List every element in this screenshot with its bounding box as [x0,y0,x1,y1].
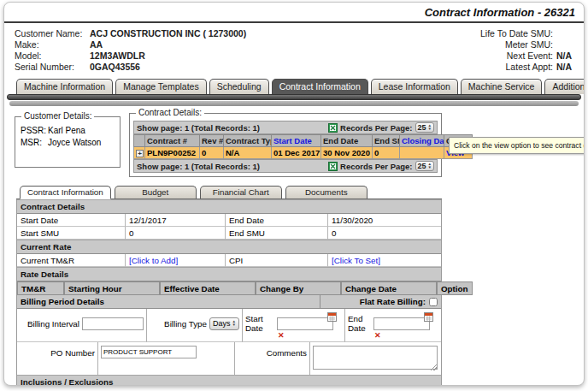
contract-details-fieldset: Contract Details: Show page: 1 (Total Re… [129,113,442,177]
pager-top: Show page: 1 (Total Records: 1) Records … [133,121,438,134]
expand-plus-icon[interactable] [136,150,144,157]
current-tmr-label: Current TM&R [17,254,126,267]
click-to-add-link[interactable]: [Click to Add] [129,256,178,265]
model-value: 12M3AWDLR [90,50,145,62]
select-stepper-icon [428,124,432,131]
billing-interval-input[interactable] [82,317,144,330]
next-event-label: Next Event: [507,50,553,62]
row-expand-cell [134,147,145,159]
billing-type-label: Billing Type [164,319,207,329]
calendar-icon[interactable] [327,312,337,322]
life-to-date-smu-label: Life To Date SMU: [480,28,553,39]
end-date-label: End Date [226,214,328,227]
inclusions-exclusions-band: Inclusions / Exclusions [17,375,441,386]
end-smu-label: End SMU [226,227,328,240]
tab-machine-service[interactable]: Machine Service [461,79,543,94]
subtab-budget[interactable]: Budget [115,186,197,198]
rate-col-starting-hour: Starting Hour [64,281,160,295]
records-per-page-select-bottom[interactable]: 25 [415,161,434,171]
serial-number-value: 0GAQ43556 [90,62,140,73]
closing-date-cell [400,147,444,159]
click-to-set-link[interactable]: [Click To Set] [332,256,380,265]
latest-appt-label: Latest Appt: [506,62,553,73]
rate-details-band: Rate Details [17,267,441,281]
start-date-cell: 01 Dec 2017 [272,147,321,159]
col-end-smu: End SMU [373,135,400,147]
billing-period-band: Billing Period Details [17,295,320,309]
make-label: Make: [15,39,90,50]
excel-export-icon[interactable] [328,162,338,171]
end-smu-cell: 0 [373,147,400,159]
select-stepper-icon [232,320,236,327]
rate-details-header-row: TM&R Starting Hour Effective Date Change… [17,281,441,295]
contract-information-panel: Contract Details Start Date 12/1/2017 En… [16,199,442,386]
subtab-documents[interactable]: Documents [285,186,368,198]
calendar-icon[interactable] [424,312,433,322]
view-option-tooltip: Click on the view option to see contract… [449,137,585,154]
end-date-cell: 30 Nov 2020 [321,147,373,159]
tab-additional-history[interactable]: Additional History [544,79,585,94]
subtab-contract-information[interactable]: Contract Information [20,186,111,199]
billing-type-value: Days [213,319,231,328]
flat-rate-billing-checkbox[interactable] [429,298,438,306]
col-contract-no: Contract # [145,135,200,147]
rate-col-change-date: Change Date [341,281,437,295]
end-smu-value: 0 [328,227,441,240]
end-date-value: 11/30/2020 [328,214,441,227]
summary-region: Customer Details: PSSR:Karl Pena MSR:Joy… [4,106,584,183]
rate-col-option: Option [437,281,473,295]
records-per-page-value: 25 [418,123,426,132]
customer-details-fieldset: Customer Details: PSSR:Karl Pena MSR:Joy… [15,116,121,168]
col-expand [134,135,145,147]
clear-end-date-icon[interactable] [374,331,381,340]
flat-rate-billing-label: Flat Rate Billing: [360,297,426,306]
comments-textarea[interactable] [313,346,438,370]
po-number-input[interactable] [101,346,197,358]
billing-form-row: Billing Interval Billing Type Days Start… [17,309,441,342]
rev-cell: 0 [200,147,224,159]
life-to-date-smu-value [556,28,575,39]
col-end-date: End Date [321,135,373,147]
tab-manage-templates[interactable]: Manage Templates [115,79,207,94]
tab-lease-information[interactable]: Lease Information [371,79,458,94]
contract-smu-row: Start SMU 0 End SMU 0 [17,227,441,240]
records-per-page-label: Records Per Page: [340,123,412,133]
tab-machine-information[interactable]: Machine Information [16,79,113,94]
meter-smu-label: Meter SMU: [505,39,553,50]
col-closing-date-sort-link[interactable]: Closing Date [400,135,444,147]
textarea-resize-handle[interactable] [431,364,437,370]
billing-type-select[interactable]: Days [209,317,239,330]
billing-end-date-label: End Date [348,314,371,333]
make-value: AA [90,39,103,50]
tab-scheduling[interactable]: Scheduling [209,79,269,94]
page-title: Contract Information - 26321 [4,3,584,23]
billing-start-date-label: Start Date [245,314,274,333]
billing-band-row: Billing Period Details Flat Rate Billing… [17,295,441,309]
contract-list-table: Contract # Rev # Contract Type Start Dat… [133,134,473,159]
billing-start-date-input[interactable] [277,317,333,330]
pssr-value: Karl Pena [48,125,85,137]
tab-contract-information[interactable]: Contract Information [272,79,368,94]
msr-value: Joyce Watson [48,137,101,149]
subtab-financial-chart[interactable]: Financial Chart [200,186,282,198]
start-date-value: 12/1/2017 [126,214,226,227]
clear-start-date-icon[interactable] [278,331,285,340]
pager-bottom-text: Show page: 1 (Total Records: 1) [137,162,260,171]
rate-col-tmr: TM&R [17,281,64,295]
machine-header-right: Life To Date SMU: Meter SMU: Next Event:… [480,28,575,73]
pssr-label: PSSR: [21,125,48,137]
machine-header: Customer Name:ACJ CONSTRUCTION INC ( 127… [4,23,584,74]
select-stepper-icon [428,163,432,169]
current-rate-row: Current TM&R [Click to Add] CPI [Click T… [17,254,441,267]
billing-end-date-input[interactable] [373,317,430,330]
cpi-label: CPI [226,254,328,267]
excel-export-icon[interactable] [328,123,338,133]
records-per-page-select-top[interactable]: 25 [415,122,434,133]
comments-label: Comments [235,342,310,375]
col-start-date-sort-link[interactable]: Start Date [272,135,321,147]
contract-no-cell: PLN9P00252 [145,147,200,159]
pager-bottom: Show page: 1 (Total Records: 1) Records … [133,159,438,173]
next-event-value: N/A [556,50,575,62]
rate-col-change-by: Change By [256,281,341,295]
contract-type-cell: N/A [224,147,272,159]
